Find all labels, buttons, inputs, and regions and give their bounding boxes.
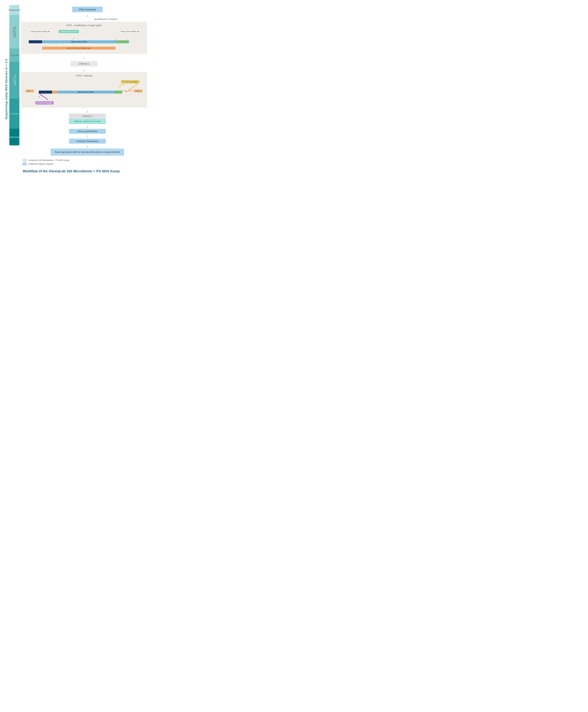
read-primer-label: Read 1/2 Primer binding sites bbox=[67, 47, 91, 49]
main-content: DNA Extraction ↓ Quantification & Diluti… bbox=[21, 5, 147, 173]
index2-label: Index 2 bbox=[134, 89, 143, 93]
arrow-pcr2-cleanup2: ↓ bbox=[86, 109, 88, 113]
pcr2-green-bar bbox=[114, 90, 122, 94]
read-arrow2: ↑ bbox=[109, 43, 110, 46]
pcr2-orange-bar bbox=[52, 90, 57, 94]
i7-label: i7 Index primer binding site bbox=[118, 30, 141, 33]
workflow-title: Workflow of the ViennaLab 16S Microbiome… bbox=[21, 169, 147, 173]
pcr2-right-ext bbox=[122, 90, 135, 91]
pcr2-diagram: P7 Flow cell adapter Index 1 16S V3-V4 o… bbox=[25, 80, 143, 105]
time-block-variable-top: Variable duration bbox=[9, 5, 19, 15]
optional-box: Optional: fragment size check bbox=[69, 119, 106, 124]
left-sidebar: Sequencing-ready NGS libraries in < 3 h … bbox=[3, 5, 19, 173]
pcr1-section: PCR1 – Amplification of target region i5… bbox=[21, 22, 147, 54]
pcr2-section: PCR2 - Indexing P7 Flow cell adapter Ind… bbox=[21, 72, 147, 108]
legend-label-additional: Additional reagents required bbox=[28, 163, 54, 165]
quantification-label: Quantification & Dilution bbox=[94, 18, 118, 20]
cleanup1-step: ↓ Cleanup 1 ↓ bbox=[21, 55, 147, 72]
legend-label-included: Included in 16S Microbiome + ITS NGS Ass… bbox=[28, 159, 69, 161]
dna-extraction-box: DNA Extraction bbox=[72, 7, 103, 12]
i5-bar bbox=[29, 40, 42, 43]
target-arrow2: ↓ bbox=[115, 37, 117, 40]
i7-arrow: ↓ bbox=[126, 37, 128, 40]
time-block-pcr2: ca. 40 min hands-on: 10 min bbox=[9, 62, 19, 99]
cleanup2-box: Cleanup 2 bbox=[69, 114, 106, 119]
arrow-pooling-report: ↓ bbox=[86, 144, 88, 148]
arrow-cleanup1-pcr2: ↓ bbox=[83, 68, 85, 72]
arrow-pcr1-cleanup1: ↓ bbox=[83, 56, 85, 59]
target-primers-label: Target-specific primers bbox=[59, 30, 79, 33]
library-quant-box: Library quantification bbox=[69, 129, 106, 134]
main-sidebar-label: Sequencing-ready NGS libraries in < 3 h bbox=[3, 5, 9, 173]
index1-label: Index 1 bbox=[25, 89, 34, 93]
read-arrow1: ↑ bbox=[56, 43, 57, 46]
pooling-box: Pooling & Sequencing bbox=[69, 139, 106, 144]
p7-label: P7 Flow cell adapter bbox=[121, 80, 139, 83]
read-primer-bar: Read 1/2 Primer binding sites bbox=[42, 47, 115, 49]
arrow-optional-libquant: ↓ bbox=[86, 124, 88, 128]
top-section: DNA Extraction ↓ Quantification & Diluti… bbox=[21, 5, 147, 20]
amplicon-bar-label: 16S V3-V4 or ITS2 bbox=[71, 41, 87, 43]
arrow-dna-to-quant: ↓ bbox=[86, 14, 88, 17]
i5-label: i5 Index primer binding site bbox=[29, 30, 52, 33]
target-arrow1: ↓ bbox=[73, 37, 74, 40]
pcr1-diagram: i5 Index primer binding site Target-spec… bbox=[25, 30, 143, 52]
time-block-variable-bot: Variable duration bbox=[9, 129, 19, 145]
time-block-cleanup1: ca. 15 min bbox=[9, 48, 19, 62]
time-blocks: Variable duration ca. 45 minutes hands-o… bbox=[9, 5, 19, 173]
pcr2-title: PCR2 - Indexing bbox=[24, 74, 144, 77]
p5-arrow: ↙ bbox=[38, 95, 40, 98]
time-block-cleanup2: ca. 15 min bbox=[9, 99, 19, 129]
main-layout: Sequencing-ready NGS libraries in < 3 h … bbox=[3, 5, 147, 173]
legend: Included in 16S Microbiome + ITS NGS Ass… bbox=[23, 159, 147, 165]
amplicon-bar: 16S V3-V4 or ITS2 bbox=[42, 40, 115, 43]
pcr2-navy-bar bbox=[39, 90, 52, 94]
p5-line bbox=[39, 94, 48, 100]
legend-item-included: Included in 16S Microbiome + ITS NGS Ass… bbox=[23, 159, 147, 162]
time-block-pcr1: ca. 45 minutes hands-on: 5 min bbox=[9, 15, 19, 48]
legend-item-additional: Additional reagents required bbox=[23, 163, 147, 165]
arrow-libquant-pooling: ↓ bbox=[86, 135, 88, 138]
legend-swatch-additional bbox=[23, 163, 27, 165]
legend-swatch-included bbox=[23, 159, 27, 162]
pcr2-amplicon-bar: 16S V3-V4 or ITS2 bbox=[57, 90, 114, 94]
cleanup1-box: Cleanup 1 bbox=[71, 61, 98, 66]
pcr2-amplicon-label: 16S V3-V4 or ITS2 bbox=[78, 91, 93, 93]
i5-arrow: ↓ bbox=[37, 37, 38, 40]
report-box: Report generation with the ViennaLab Mic… bbox=[50, 148, 124, 156]
pcr1-title: PCR1 – Amplification of target region bbox=[24, 24, 144, 26]
p5-label: P5 Flow cell adapter bbox=[36, 101, 54, 104]
i7-bar bbox=[115, 40, 129, 43]
bottom-steps: ↓ Cleanup 2 Optional: fragment size chec… bbox=[21, 109, 147, 156]
